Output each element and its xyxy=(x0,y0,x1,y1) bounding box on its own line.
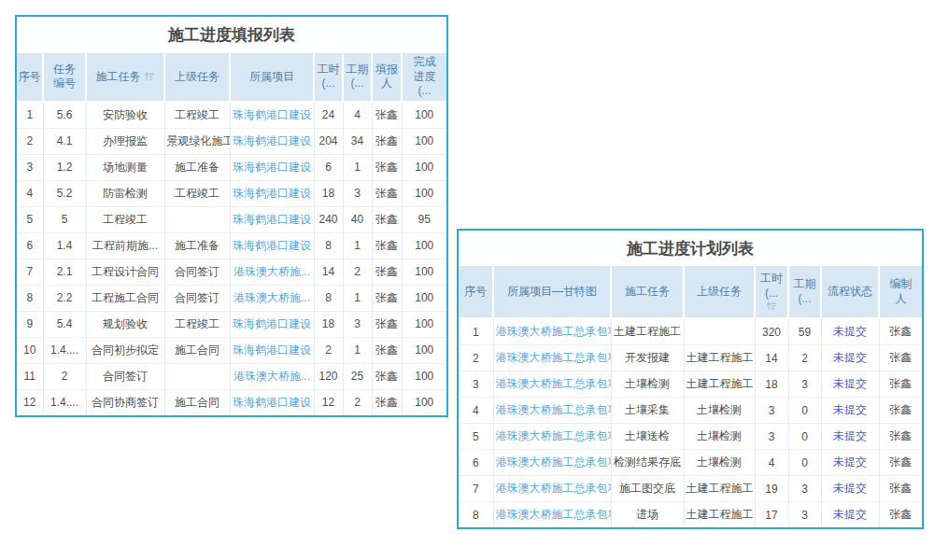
table-cell: 100 xyxy=(402,154,446,180)
project-link[interactable]: 港珠澳大桥施... xyxy=(234,370,310,383)
column-header-content: 工期 (... xyxy=(794,277,816,306)
column-header-3: 上级任务 xyxy=(684,266,755,318)
column-header-4[interactable]: 工时 (... xyxy=(755,266,788,318)
table-cell: 24 xyxy=(314,102,343,129)
table-cell xyxy=(684,318,755,345)
project-link[interactable]: 港珠澳大桥施工总承包项目 xyxy=(496,377,612,390)
sort-icon[interactable] xyxy=(766,301,777,312)
table-cell: 1 xyxy=(343,232,372,259)
project-link[interactable]: 珠海鹤港口建设 xyxy=(233,213,311,226)
table-row: 15.6安防验收工程竣工珠海鹤港口建设244张鑫100 xyxy=(17,102,446,129)
table-cell: 3 xyxy=(755,424,788,450)
table-cell: 港珠澳大桥施... xyxy=(230,259,314,285)
table-cell: 6 xyxy=(17,232,43,259)
table-cell: 张鑫 xyxy=(879,371,922,398)
table-cell: 防雷检测 xyxy=(86,180,164,206)
table-cell: 1.4 xyxy=(43,232,86,259)
project-link[interactable]: 港珠澳大桥施... xyxy=(234,265,310,278)
column-header-content: 施工任务 xyxy=(625,285,670,300)
table-cell xyxy=(164,206,230,232)
table-cell: 12 xyxy=(17,389,43,415)
column-header-label: 任务 编号 xyxy=(53,63,76,91)
table-cell: 土建工程施工 xyxy=(684,371,755,398)
table-cell: 土壤送检 xyxy=(611,424,684,450)
table-cell: 施工合同 xyxy=(164,389,230,415)
table-cell: 张鑫 xyxy=(879,476,922,502)
table-cell: 张鑫 xyxy=(372,311,402,337)
table-cell: 未提交 xyxy=(821,398,879,424)
status-link[interactable]: 未提交 xyxy=(833,455,867,469)
project-link[interactable]: 珠海鹤港口建设 xyxy=(233,317,311,330)
table-cell: 3 xyxy=(343,311,372,337)
table-cell: 张鑫 xyxy=(372,363,402,389)
table-row: 112合同签订港珠澳大桥施...12025张鑫100 xyxy=(17,363,446,389)
table-cell: 2 xyxy=(343,389,372,415)
table-cell: 1 xyxy=(343,337,372,363)
column-header-label: 施工任务 xyxy=(625,285,670,300)
status-link[interactable]: 未提交 xyxy=(833,403,867,416)
project-link[interactable]: 港珠澳大桥施工总承包项目 xyxy=(496,429,612,442)
table-cell: 张鑫 xyxy=(372,232,402,259)
table-cell: 合同签订 xyxy=(164,285,230,311)
table-cell: 2 xyxy=(788,345,821,371)
table-cell: 张鑫 xyxy=(372,102,402,129)
table-cell: 港珠澳大桥施工总承包项目 xyxy=(493,318,611,345)
project-link[interactable]: 港珠澳大桥施工总承包项目 xyxy=(496,403,612,416)
table-cell: 8 xyxy=(459,502,493,528)
status-link[interactable]: 未提交 xyxy=(833,377,867,390)
status-link[interactable]: 未提交 xyxy=(833,429,867,442)
column-header-8: 完成 进度 (... xyxy=(402,53,446,102)
project-link[interactable]: 珠海鹤港口建设 xyxy=(233,396,311,409)
table-cell: 3 xyxy=(17,154,43,180)
table-cell: 4 xyxy=(343,102,372,129)
table-cell: 张鑫 xyxy=(879,450,922,476)
status-link[interactable]: 未提交 xyxy=(833,325,867,338)
table-cell: 规划验收 xyxy=(86,311,164,337)
table-cell: 18 xyxy=(314,311,343,337)
status-link[interactable]: 未提交 xyxy=(833,508,867,521)
table-cell: 工程前期施... xyxy=(86,232,164,259)
table-cell: 土壤检测 xyxy=(611,371,684,398)
table-cell: 18 xyxy=(314,180,343,206)
column-header-label: 序号 xyxy=(464,285,487,300)
project-link[interactable]: 珠海鹤港口建设 xyxy=(233,161,311,174)
table-cell: 100 xyxy=(402,285,446,311)
table-cell: 施工准备 xyxy=(164,232,230,259)
column-header-label: 上级任务 xyxy=(697,285,742,300)
column-header-0: 序号 xyxy=(17,53,43,102)
column-header-5: 工期 (... xyxy=(788,266,821,318)
project-link[interactable]: 珠海鹤港口建设 xyxy=(233,343,311,357)
project-link[interactable]: 珠海鹤港口建设 xyxy=(233,108,311,121)
column-header-content: 任务 编号 xyxy=(53,63,76,91)
table-cell: 土建工程施工 xyxy=(611,318,684,345)
table-cell: 进场 xyxy=(611,502,684,528)
column-header-label: 编制 人 xyxy=(890,277,913,306)
table-cell: 4 xyxy=(17,180,43,206)
table-cell: 3 xyxy=(788,476,821,502)
project-link[interactable]: 珠海鹤港口建设 xyxy=(233,134,311,147)
table-cell: 未提交 xyxy=(821,502,879,528)
status-link[interactable]: 未提交 xyxy=(833,351,867,364)
column-header-2[interactable]: 施工任务 xyxy=(86,53,164,102)
project-link[interactable]: 港珠澳大桥施工总承包项目 xyxy=(496,325,612,338)
table-cell: 2.1 xyxy=(43,259,86,285)
sort-icon[interactable] xyxy=(144,71,155,82)
project-link[interactable]: 港珠澳大桥施工总承包项目 xyxy=(496,508,612,521)
table-cell: 张鑫 xyxy=(372,337,402,363)
project-link[interactable]: 港珠澳大桥施... xyxy=(234,291,310,304)
status-link[interactable]: 未提交 xyxy=(833,482,867,495)
table-cell: 5.6 xyxy=(43,102,86,129)
project-link[interactable]: 港珠澳大桥施工总承包项目 xyxy=(496,455,612,469)
project-link[interactable]: 珠海鹤港口建设 xyxy=(233,187,311,200)
table-cell: 100 xyxy=(402,337,446,363)
table-cell: 张鑫 xyxy=(372,206,402,232)
column-header-label: 填报 人 xyxy=(375,63,398,91)
table-cell: 9 xyxy=(17,311,43,337)
project-link[interactable]: 珠海鹤港口建设 xyxy=(233,239,311,252)
column-header-label: 完成 进度 (... xyxy=(414,55,436,99)
table-cell: 6 xyxy=(459,450,493,476)
table-cell: 1 xyxy=(459,318,493,345)
project-link[interactable]: 港珠澳大桥施工总承包项目 xyxy=(496,482,612,495)
project-link[interactable]: 港珠澳大桥施工总承包项目 xyxy=(496,351,612,364)
table-cell: 40 xyxy=(343,206,372,232)
